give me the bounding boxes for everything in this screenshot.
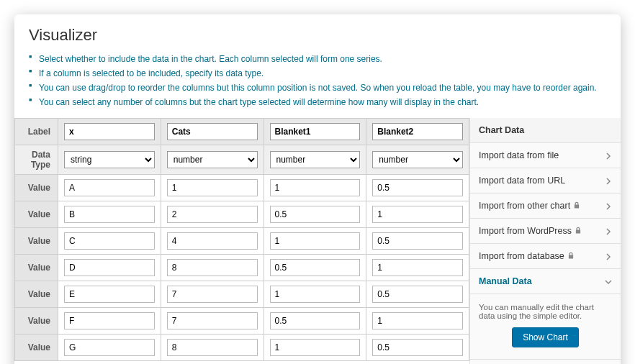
data-grid: Label Data Type string number number num… <box>14 118 469 361</box>
cell-input[interactable] <box>167 259 258 276</box>
cell-input[interactable] <box>270 259 361 276</box>
column-type-select[interactable]: number <box>167 151 258 168</box>
cell-input[interactable] <box>270 179 361 196</box>
rowhdr-value: Value <box>15 335 58 361</box>
column-label-input[interactable] <box>167 123 258 140</box>
lock-icon <box>573 201 580 211</box>
cell-input[interactable] <box>167 312 258 329</box>
column-label-input[interactable] <box>64 123 155 140</box>
info-bullet: You can select any number of columns but… <box>29 95 606 109</box>
rowhdr-value: Value <box>15 175 58 201</box>
rowhdr-label: Label <box>15 119 58 145</box>
data-grid-panel: Label Data Type string number number num… <box>14 118 469 364</box>
value-row: Value <box>15 228 469 255</box>
sidebar-item-manual-data[interactable]: Manual Data <box>470 269 621 294</box>
sidebar-item-label: Import data from URL <box>479 176 565 186</box>
app-window: Visualizer Select whether to include the… <box>14 14 621 364</box>
chevron-right-icon <box>605 177 612 184</box>
rowhdr-value: Value <box>15 201 58 228</box>
chevron-right-icon <box>605 152 612 159</box>
show-chart-button[interactable]: Show Chart <box>512 327 579 347</box>
cell-input[interactable] <box>270 312 361 329</box>
sidebar-panel-body: You can manually edit the chart data usi… <box>470 294 621 359</box>
cell-input[interactable] <box>270 286 361 303</box>
sidebar-item[interactable]: Import from WordPress <box>470 219 621 244</box>
info-bullet: If a column is selected to be included, … <box>29 66 606 81</box>
cell-input[interactable] <box>372 232 463 250</box>
cell-input[interactable] <box>372 259 463 276</box>
chevron-right-icon <box>605 227 612 235</box>
lock-icon <box>575 226 582 236</box>
lock-icon <box>567 251 575 261</box>
sidebar-section-title: Chart Data <box>470 118 621 143</box>
sidebar-item-label: Import from other chart <box>479 201 580 211</box>
column-type-select[interactable]: string <box>64 151 155 168</box>
rowhdr-value: Value <box>15 281 58 308</box>
value-row: Value <box>15 335 469 361</box>
rowhdr-value: Value <box>15 308 58 335</box>
value-row: Value <box>15 255 469 281</box>
value-row: Value <box>15 308 469 335</box>
chevron-down-icon <box>605 278 612 285</box>
cell-input[interactable] <box>372 286 463 303</box>
info-bullet: Select whether to include the data in th… <box>29 52 606 66</box>
value-row: Value <box>15 175 469 201</box>
cell-input[interactable] <box>64 312 155 329</box>
cell-input[interactable] <box>270 206 361 223</box>
rowhdr-value: Value <box>15 255 58 281</box>
sidebar: Chart Data Import data from fileImport d… <box>469 118 621 364</box>
header: Visualizer <box>14 14 621 52</box>
chevron-right-icon <box>605 252 612 260</box>
sidebar-footer-links: Advanced ?Docs Permissions <box>470 359 621 364</box>
cell-input[interactable] <box>270 232 361 250</box>
cell-input[interactable] <box>167 232 258 250</box>
panel-text: You can manually edit the chart data usi… <box>479 303 612 320</box>
cell-input[interactable] <box>372 179 463 196</box>
page-title: Visualizer <box>29 26 606 45</box>
cell-input[interactable] <box>372 339 463 356</box>
value-row: Value <box>15 281 469 308</box>
sidebar-item[interactable]: Import data from file <box>470 143 621 168</box>
cell-input[interactable] <box>64 206 155 223</box>
cell-input[interactable] <box>64 286 155 303</box>
sidebar-item[interactable]: Import data from URL <box>470 168 621 194</box>
cell-input[interactable] <box>167 339 258 356</box>
sidebar-item[interactable]: Import from other chart <box>470 194 621 219</box>
cell-input[interactable] <box>167 206 258 223</box>
info-bullets: Select whether to include the data in th… <box>14 52 621 118</box>
column-type-select[interactable]: number <box>270 151 361 168</box>
type-row: Data Type string number number number <box>15 145 469 175</box>
rowhdr-value: Value <box>15 228 58 255</box>
cell-input[interactable] <box>167 286 258 303</box>
chevron-right-icon <box>605 202 612 209</box>
cell-input[interactable] <box>372 206 463 223</box>
cell-input[interactable] <box>372 312 463 329</box>
column-type-select[interactable]: number <box>372 151 463 168</box>
sidebar-item-label: Manual Data <box>479 276 532 286</box>
cell-input[interactable] <box>64 259 155 276</box>
cell-input[interactable] <box>64 339 155 356</box>
column-label-input[interactable] <box>270 123 361 140</box>
label-row: Label <box>15 119 469 145</box>
sidebar-item[interactable]: Import from database <box>470 244 621 269</box>
cell-input[interactable] <box>270 339 361 356</box>
column-label-input[interactable] <box>372 123 463 140</box>
info-bullet: You can use drag/drop to reorder the col… <box>29 81 606 95</box>
content: Label Data Type string number number num… <box>14 118 621 364</box>
cell-input[interactable] <box>64 179 155 196</box>
sidebar-item-label: Import from database <box>479 251 575 261</box>
sidebar-item-label: Import from WordPress <box>479 226 582 236</box>
sidebar-item-label: Import data from file <box>479 150 559 160</box>
cell-input[interactable] <box>64 232 155 250</box>
value-row: Value <box>15 201 469 228</box>
cell-input[interactable] <box>167 179 258 196</box>
rowhdr-type: Data Type <box>15 145 58 175</box>
